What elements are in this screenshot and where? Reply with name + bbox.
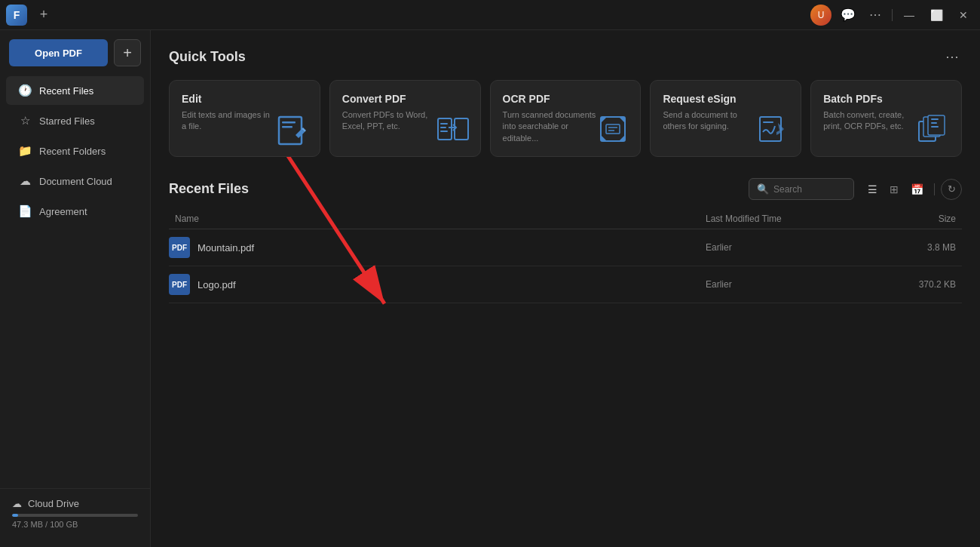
file-size: 3.8 MB [871,242,962,253]
svg-rect-3 [279,117,302,144]
sidebar-item-label: Agreement [39,206,87,217]
pdf-file-icon: PDF [169,274,190,295]
svg-rect-5 [282,126,292,128]
open-pdf-button[interactable]: Open PDF [9,39,108,66]
calendar-view-button[interactable]: 📅 [906,180,928,198]
file-modified: Earlier [706,279,871,290]
tool-card-batch-pdfs[interactable]: Batch PDFs Batch convert, create, print,… [810,80,962,157]
app-icon: F [6,5,27,26]
tool-card-request-esign[interactable]: Request eSign Send a document to others … [650,80,801,157]
esign-icon [755,111,792,147]
quick-tools-more-button[interactable]: ⋯ [942,45,962,68]
svg-rect-22 [931,126,939,128]
svg-rect-10 [440,131,448,132]
cloud-drive-label: ☁ Cloud Drive [12,498,138,509]
title-bar-left: F + [6,5,54,26]
tool-card-title: Request eSign [663,93,789,105]
sidebar-item-recent-folders[interactable]: 📁 Recent Folders [6,137,144,165]
recent-files-title: Recent Files [169,181,249,197]
column-modified: Last Modified Time [706,214,871,224]
sidebar-spacer [0,226,150,488]
column-name: Name [169,214,706,224]
view-divider [934,183,935,195]
close-button[interactable]: ✕ [953,5,974,26]
sidebar-item-label: Recent Folders [39,146,106,157]
table-row[interactable]: PDF Logo.pdf Earlier 370.2 KB [169,266,962,303]
column-size: Size [871,214,962,224]
svg-rect-12 [606,124,620,134]
star-icon: ☆ [18,114,32,128]
files-table-header: Name Last Modified Time Size [169,209,962,229]
quick-tools-title: Quick Tools [169,49,246,65]
pdf-file-icon: PDF [169,237,190,258]
tool-card-ocr-pdf[interactable]: OCR PDF Turn scanned documents into sear… [490,80,642,157]
refresh-button[interactable]: ↻ [941,179,962,200]
tool-card-title: Convert PDF [342,93,468,105]
file-size: 370.2 KB [871,279,962,290]
tool-card-title: Batch PDFs [823,93,949,105]
grid-view-button[interactable]: ⊞ [885,180,903,198]
svg-rect-4 [282,121,296,124]
sidebar-item-starred-files[interactable]: ☆ Starred Files [6,106,144,135]
table-row[interactable]: PDF Mountain.pdf Earlier 3.8 MB [169,229,962,266]
tool-card-desc: Send a document to others for signing. [663,109,757,133]
chat-button[interactable]: 💬 [838,5,859,26]
sidebar-top: Open PDF + [0,39,150,75]
file-modified: Earlier [706,242,871,253]
sidebar-item-recent-files[interactable]: 🕐 Recent Files [6,76,144,105]
sidebar-item-label: Recent Files [39,85,93,97]
maximize-button[interactable]: ⬜ [926,5,947,26]
svg-rect-8 [440,123,448,124]
edit-icon [274,111,311,147]
search-input[interactable] [773,184,846,195]
minimize-button[interactable]: — [899,5,920,26]
svg-rect-20 [931,118,939,120]
sidebar-bottom: ☁ Cloud Drive 47.3 MB / 100 GB [0,488,150,538]
storage-bar-fill [12,514,18,517]
add-button[interactable]: + [114,39,141,66]
search-icon: 🔍 [757,183,769,195]
tool-card-title: Edit [182,93,308,105]
search-box[interactable]: 🔍 [749,178,854,200]
svg-rect-6 [438,118,452,140]
tool-card-convert-pdf[interactable]: Convert PDF Convert PDFs to Word, Excel,… [329,80,481,157]
svg-rect-15 [760,117,781,141]
tool-card-desc: Edit texts and images in a file. [182,109,276,133]
batch-icon [916,111,952,147]
svg-rect-7 [455,118,468,140]
avatar: U [810,5,831,26]
recent-files-header: Recent Files 🔍 ☰ ⊞ 📅 ↻ [169,178,962,200]
divider [892,9,893,21]
file-name: Mountain.pdf [198,242,706,254]
storage-text: 47.3 MB / 100 GB [12,520,138,529]
svg-rect-11 [601,117,625,141]
title-bar-right: U 💬 ⋯ — ⬜ ✕ [810,5,974,26]
cloud-icon: ☁ [18,174,32,188]
convert-icon [435,111,471,147]
tool-card-desc: Convert PDFs to Word, Excel, PPT, etc. [342,109,436,133]
list-view-button[interactable]: ☰ [863,180,882,198]
sidebar-item-label: Document Cloud [39,176,112,187]
ocr-icon [595,111,631,147]
files-table: Name Last Modified Time Size PDF Mountai… [169,209,962,303]
document-icon: 📄 [18,204,32,218]
sidebar-item-agreement[interactable]: 📄 Agreement [6,197,144,226]
tool-card-edit[interactable]: Edit Edit texts and images in a file. [169,80,320,157]
quick-tools-header: Quick Tools ⋯ [169,45,962,68]
main-area: Open PDF + 🕐 Recent Files ☆ Starred File… [0,30,980,547]
more-options-button[interactable]: ⋯ [865,5,886,26]
recent-files-controls: 🔍 ☰ ⊞ 📅 ↻ [749,178,962,200]
clock-icon: 🕐 [18,84,32,97]
sidebar: Open PDF + 🕐 Recent Files ☆ Starred File… [0,30,151,547]
tool-card-desc: Turn scanned documents into searchable o… [503,109,597,144]
svg-rect-9 [440,127,446,128]
file-icon-label: PDF [172,281,187,289]
add-tab-button[interactable]: + [33,5,54,26]
sidebar-item-label: Starred Files [39,115,95,127]
sidebar-item-document-cloud[interactable]: ☁ Document Cloud [6,167,144,195]
content-area: Quick Tools ⋯ Edit Edit texts and images… [151,30,980,547]
file-name: Logo.pdf [198,279,706,290]
cloud-drive-icon: ☁ [12,498,22,509]
folder-icon: 📁 [18,144,32,158]
svg-rect-21 [931,122,937,124]
